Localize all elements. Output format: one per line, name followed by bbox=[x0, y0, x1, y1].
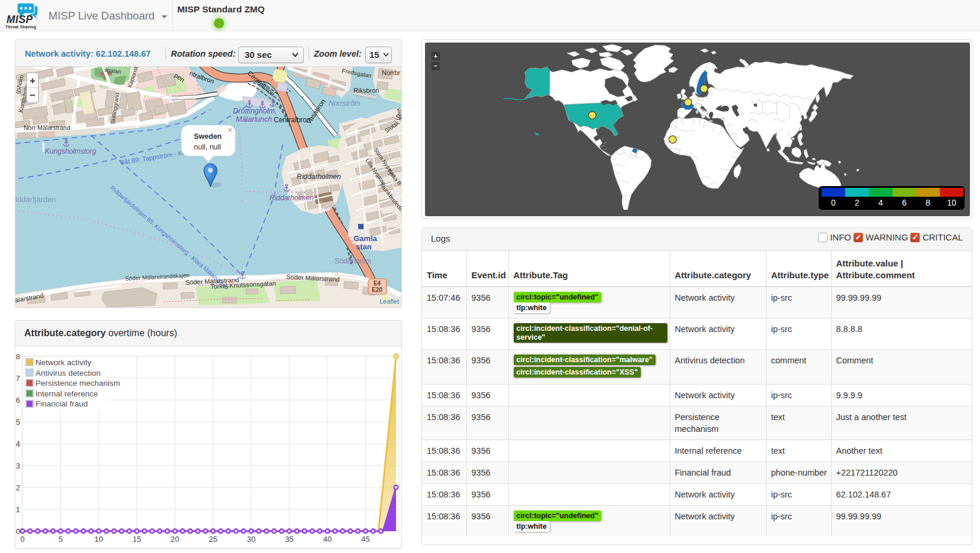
svg-text:20: 20 bbox=[171, 535, 179, 544]
svg-text:E20: E20 bbox=[372, 287, 382, 293]
svg-text:Sweden: Sweden bbox=[194, 132, 222, 141]
svg-text:5: 5 bbox=[16, 418, 20, 427]
svg-text:–: – bbox=[434, 62, 437, 69]
svg-text:+: + bbox=[434, 53, 437, 60]
svg-text:2: 2 bbox=[855, 198, 859, 207]
svg-text:5: 5 bbox=[59, 535, 63, 544]
svg-text:Gamla: Gamla bbox=[353, 234, 378, 243]
svg-text:Norr Mälarstrand: Norr Mälarstrand bbox=[24, 124, 70, 131]
svg-text:Drottingholm,: Drottingholm, bbox=[233, 107, 277, 115]
svg-text:Persistence mechanism: Persistence mechanism bbox=[35, 379, 120, 388]
svg-text:3: 3 bbox=[16, 461, 20, 470]
svg-text:−: − bbox=[30, 90, 35, 101]
svg-text:10: 10 bbox=[95, 535, 103, 544]
svg-text:15: 15 bbox=[132, 535, 141, 544]
svg-text:Leaflet: Leaflet bbox=[379, 298, 399, 305]
svg-text:8: 8 bbox=[926, 198, 930, 207]
svg-text:Threat Sharing: Threat Sharing bbox=[5, 25, 36, 30]
svg-text:Riddarholmen: Riddarholmen bbox=[270, 194, 314, 202]
svg-text:6: 6 bbox=[16, 396, 20, 405]
svg-text:8: 8 bbox=[16, 352, 20, 361]
svg-text:×: × bbox=[228, 125, 232, 135]
svg-text:MISP: MISP bbox=[7, 14, 33, 25]
svg-text:10: 10 bbox=[947, 198, 956, 207]
svg-text:Antivirus detection: Antivirus detection bbox=[35, 369, 100, 378]
svg-text:Kungsholmstorg: Kungsholmstorg bbox=[45, 147, 96, 155]
svg-text:Financial fraud: Financial fraud bbox=[35, 399, 88, 408]
svg-text:E4: E4 bbox=[374, 280, 381, 287]
svg-text:0: 0 bbox=[16, 527, 20, 536]
svg-text:7: 7 bbox=[16, 374, 20, 383]
svg-text:Norrström: Norrström bbox=[329, 99, 360, 108]
svg-text:0: 0 bbox=[20, 535, 24, 544]
svg-text:+: + bbox=[30, 75, 35, 86]
svg-text:4: 4 bbox=[16, 440, 20, 448]
svg-text:Söderström: Söderström bbox=[335, 257, 371, 265]
svg-text:45: 45 bbox=[361, 535, 369, 544]
svg-text:Riksbron: Riksbron bbox=[353, 87, 379, 94]
svg-text:Mälarlunch: Mälarlunch bbox=[236, 115, 272, 123]
svg-text:2: 2 bbox=[16, 483, 20, 492]
svg-text:30: 30 bbox=[247, 535, 255, 544]
svg-text:4: 4 bbox=[878, 198, 883, 207]
svg-text:Network activity: Network activity bbox=[35, 358, 92, 367]
svg-text:0: 0 bbox=[831, 198, 836, 207]
svg-text:40: 40 bbox=[323, 535, 332, 544]
svg-text:stan: stan bbox=[356, 242, 372, 251]
svg-text:St: St bbox=[395, 113, 401, 122]
svg-text:6: 6 bbox=[902, 198, 907, 207]
svg-text:null, null: null, null bbox=[194, 143, 221, 151]
svg-text:25: 25 bbox=[209, 535, 217, 544]
svg-text:Norrbr: Norrbr bbox=[382, 69, 401, 76]
svg-text:1: 1 bbox=[16, 505, 20, 514]
svg-text:35: 35 bbox=[285, 535, 293, 544]
svg-text:Riddarholmen: Riddarholmen bbox=[297, 173, 341, 181]
svg-text:Internal reference: Internal reference bbox=[35, 389, 98, 398]
svg-text:iddarfjärden: iddarfjärden bbox=[15, 195, 56, 204]
